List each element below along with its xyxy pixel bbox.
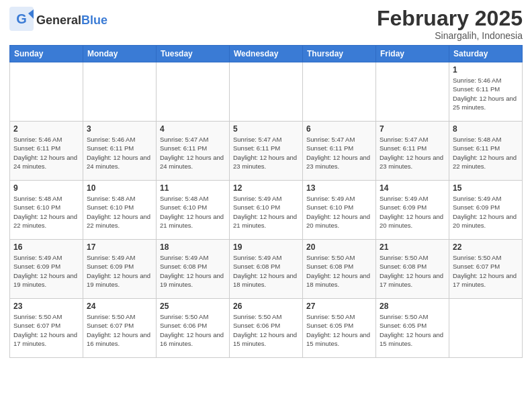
day-cell-4-3: 26Sunrise: 5:50 AM Sunset: 6:06 PM Dayli… bbox=[230, 299, 303, 358]
day-cell-3-4: 20Sunrise: 5:50 AM Sunset: 6:08 PM Dayli… bbox=[303, 240, 376, 299]
day-number: 12 bbox=[233, 183, 299, 193]
day-cell-4-6 bbox=[449, 299, 523, 358]
day-number: 15 bbox=[453, 183, 519, 193]
day-cell-2-3: 12Sunrise: 5:49 AM Sunset: 6:10 PM Dayli… bbox=[230, 181, 303, 240]
logo-text: GeneralBlue bbox=[36, 14, 107, 27]
day-info: Sunrise: 5:50 AM Sunset: 6:05 PM Dayligh… bbox=[306, 312, 372, 348]
day-info: Sunrise: 5:47 AM Sunset: 6:11 PM Dayligh… bbox=[306, 135, 372, 171]
day-info: Sunrise: 5:50 AM Sunset: 6:08 PM Dayligh… bbox=[306, 253, 372, 289]
day-info: Sunrise: 5:48 AM Sunset: 6:10 PM Dayligh… bbox=[87, 194, 152, 230]
day-cell-4-1: 24Sunrise: 5:50 AM Sunset: 6:07 PM Dayli… bbox=[83, 299, 157, 358]
day-cell-0-3 bbox=[230, 62, 303, 122]
day-info: Sunrise: 5:47 AM Sunset: 6:11 PM Dayligh… bbox=[160, 135, 226, 171]
week-row-2: 9Sunrise: 5:48 AM Sunset: 6:10 PM Daylig… bbox=[10, 181, 523, 240]
day-cell-4-0: 23Sunrise: 5:50 AM Sunset: 6:07 PM Dayli… bbox=[10, 299, 83, 358]
day-cell-3-0: 16Sunrise: 5:49 AM Sunset: 6:09 PM Dayli… bbox=[10, 240, 83, 299]
day-number: 9 bbox=[13, 183, 79, 193]
day-number: 8 bbox=[453, 124, 519, 134]
day-number: 25 bbox=[160, 302, 226, 311]
col-thursday: Thursday bbox=[303, 46, 376, 62]
day-cell-3-5: 21Sunrise: 5:50 AM Sunset: 6:08 PM Dayli… bbox=[376, 240, 449, 299]
day-info: Sunrise: 5:46 AM Sunset: 6:11 PM Dayligh… bbox=[13, 135, 79, 171]
day-info: Sunrise: 5:50 AM Sunset: 6:06 PM Dayligh… bbox=[160, 312, 226, 348]
day-info: Sunrise: 5:50 AM Sunset: 6:07 PM Dayligh… bbox=[13, 312, 79, 348]
day-cell-4-5: 28Sunrise: 5:50 AM Sunset: 6:05 PM Dayli… bbox=[376, 299, 449, 358]
day-info: Sunrise: 5:50 AM Sunset: 6:06 PM Dayligh… bbox=[233, 312, 299, 348]
day-cell-0-6: 1Sunrise: 5:46 AM Sunset: 6:11 PM Daylig… bbox=[449, 62, 523, 122]
month-title: February 2025 bbox=[377, 7, 523, 30]
day-number: 13 bbox=[306, 183, 372, 193]
day-number: 19 bbox=[233, 242, 299, 252]
day-cell-1-2: 4Sunrise: 5:47 AM Sunset: 6:11 PM Daylig… bbox=[157, 122, 230, 181]
day-info: Sunrise: 5:48 AM Sunset: 6:10 PM Dayligh… bbox=[13, 194, 79, 230]
day-info: Sunrise: 5:49 AM Sunset: 6:08 PM Dayligh… bbox=[233, 253, 299, 289]
day-cell-2-5: 14Sunrise: 5:49 AM Sunset: 6:09 PM Dayli… bbox=[376, 181, 449, 240]
day-cell-1-0: 2Sunrise: 5:46 AM Sunset: 6:11 PM Daylig… bbox=[10, 122, 83, 181]
day-info: Sunrise: 5:48 AM Sunset: 6:10 PM Dayligh… bbox=[160, 194, 226, 230]
day-cell-1-1: 3Sunrise: 5:46 AM Sunset: 6:11 PM Daylig… bbox=[83, 122, 157, 181]
day-number: 18 bbox=[160, 242, 226, 252]
day-cell-3-6: 22Sunrise: 5:50 AM Sunset: 6:07 PM Dayli… bbox=[449, 240, 523, 299]
day-cell-0-4 bbox=[303, 62, 376, 122]
day-info: Sunrise: 5:50 AM Sunset: 6:08 PM Dayligh… bbox=[380, 253, 445, 289]
day-number: 1 bbox=[453, 65, 519, 75]
col-saturday: Saturday bbox=[449, 46, 523, 62]
day-info: Sunrise: 5:46 AM Sunset: 6:11 PM Dayligh… bbox=[453, 76, 519, 111]
day-info: Sunrise: 5:49 AM Sunset: 6:09 PM Dayligh… bbox=[87, 253, 152, 289]
day-info: Sunrise: 5:47 AM Sunset: 6:11 PM Dayligh… bbox=[233, 135, 299, 171]
day-cell-2-0: 9Sunrise: 5:48 AM Sunset: 6:10 PM Daylig… bbox=[10, 181, 83, 240]
day-number: 22 bbox=[453, 242, 519, 252]
day-number: 14 bbox=[380, 183, 445, 193]
day-number: 7 bbox=[380, 124, 445, 134]
day-number: 4 bbox=[160, 124, 226, 134]
day-cell-3-2: 18Sunrise: 5:49 AM Sunset: 6:08 PM Dayli… bbox=[157, 240, 230, 299]
day-number: 10 bbox=[87, 183, 152, 193]
col-sunday: Sunday bbox=[10, 46, 83, 62]
day-number: 5 bbox=[233, 124, 299, 134]
day-info: Sunrise: 5:50 AM Sunset: 6:07 PM Dayligh… bbox=[87, 312, 152, 348]
day-info: Sunrise: 5:48 AM Sunset: 6:11 PM Dayligh… bbox=[453, 135, 519, 171]
page-container: G GeneralBlue February 2025 Sinargalih, … bbox=[0, 0, 532, 362]
week-row-0: 1Sunrise: 5:46 AM Sunset: 6:11 PM Daylig… bbox=[10, 62, 523, 122]
day-cell-1-6: 8Sunrise: 5:48 AM Sunset: 6:11 PM Daylig… bbox=[449, 122, 523, 181]
day-number: 28 bbox=[380, 302, 445, 311]
day-cell-0-2 bbox=[157, 62, 230, 122]
day-number: 20 bbox=[306, 242, 372, 252]
header: G GeneralBlue February 2025 Sinargalih, … bbox=[9, 7, 523, 41]
svg-text:G: G bbox=[16, 11, 27, 26]
day-number: 2 bbox=[13, 124, 79, 134]
day-number: 23 bbox=[13, 302, 79, 311]
week-row-3: 16Sunrise: 5:49 AM Sunset: 6:09 PM Dayli… bbox=[10, 240, 523, 299]
day-cell-2-6: 15Sunrise: 5:49 AM Sunset: 6:09 PM Dayli… bbox=[449, 181, 523, 240]
day-cell-1-5: 7Sunrise: 5:47 AM Sunset: 6:11 PM Daylig… bbox=[376, 122, 449, 181]
day-info: Sunrise: 5:49 AM Sunset: 6:10 PM Dayligh… bbox=[306, 194, 372, 230]
week-row-4: 23Sunrise: 5:50 AM Sunset: 6:07 PM Dayli… bbox=[10, 299, 523, 358]
logo-graphic: G bbox=[9, 7, 34, 34]
day-number: 6 bbox=[306, 124, 372, 134]
day-info: Sunrise: 5:49 AM Sunset: 6:08 PM Dayligh… bbox=[160, 253, 226, 289]
day-cell-1-4: 6Sunrise: 5:47 AM Sunset: 6:11 PM Daylig… bbox=[303, 122, 376, 181]
day-info: Sunrise: 5:49 AM Sunset: 6:09 PM Dayligh… bbox=[453, 194, 519, 230]
logo-icon: G bbox=[9, 7, 34, 31]
day-cell-0-5 bbox=[376, 62, 449, 122]
day-number: 11 bbox=[160, 183, 226, 193]
day-cell-3-3: 19Sunrise: 5:49 AM Sunset: 6:08 PM Dayli… bbox=[230, 240, 303, 299]
day-info: Sunrise: 5:47 AM Sunset: 6:11 PM Dayligh… bbox=[380, 135, 445, 171]
day-info: Sunrise: 5:49 AM Sunset: 6:09 PM Dayligh… bbox=[380, 194, 445, 230]
day-number: 27 bbox=[306, 302, 372, 311]
day-number: 16 bbox=[13, 242, 79, 252]
day-info: Sunrise: 5:49 AM Sunset: 6:09 PM Dayligh… bbox=[13, 253, 79, 289]
day-cell-3-1: 17Sunrise: 5:49 AM Sunset: 6:09 PM Dayli… bbox=[83, 240, 157, 299]
day-cell-2-2: 11Sunrise: 5:48 AM Sunset: 6:10 PM Dayli… bbox=[157, 181, 230, 240]
col-monday: Monday bbox=[83, 46, 157, 62]
day-info: Sunrise: 5:50 AM Sunset: 6:05 PM Dayligh… bbox=[380, 312, 445, 348]
day-number: 26 bbox=[233, 302, 299, 311]
day-cell-0-0 bbox=[10, 62, 83, 122]
title-section: February 2025 Sinargalih, Indonesia bbox=[377, 7, 523, 41]
col-wednesday: Wednesday bbox=[230, 46, 303, 62]
col-friday: Friday bbox=[376, 46, 449, 62]
day-cell-2-1: 10Sunrise: 5:48 AM Sunset: 6:10 PM Dayli… bbox=[83, 181, 157, 240]
day-number: 24 bbox=[87, 302, 152, 311]
day-cell-4-4: 27Sunrise: 5:50 AM Sunset: 6:05 PM Dayli… bbox=[303, 299, 376, 358]
logo: G GeneralBlue bbox=[9, 7, 107, 34]
